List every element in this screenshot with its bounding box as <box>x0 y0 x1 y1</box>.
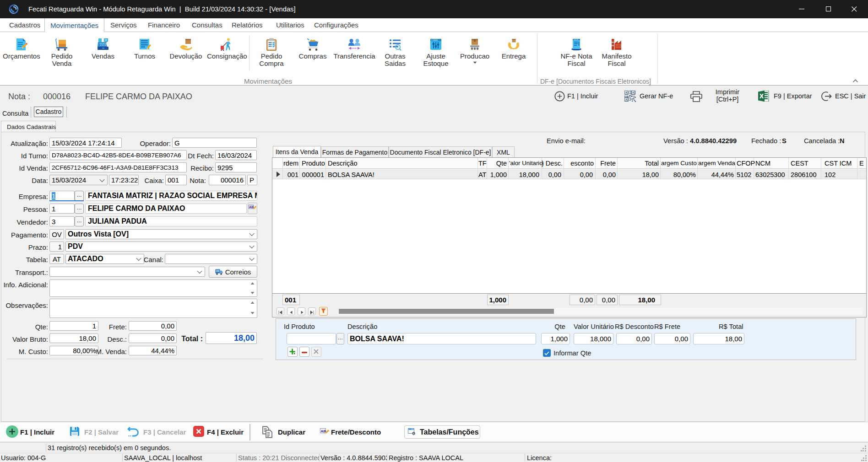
svg-text:AB: AB <box>321 429 326 433</box>
svg-text:AB: AB <box>249 205 254 209</box>
